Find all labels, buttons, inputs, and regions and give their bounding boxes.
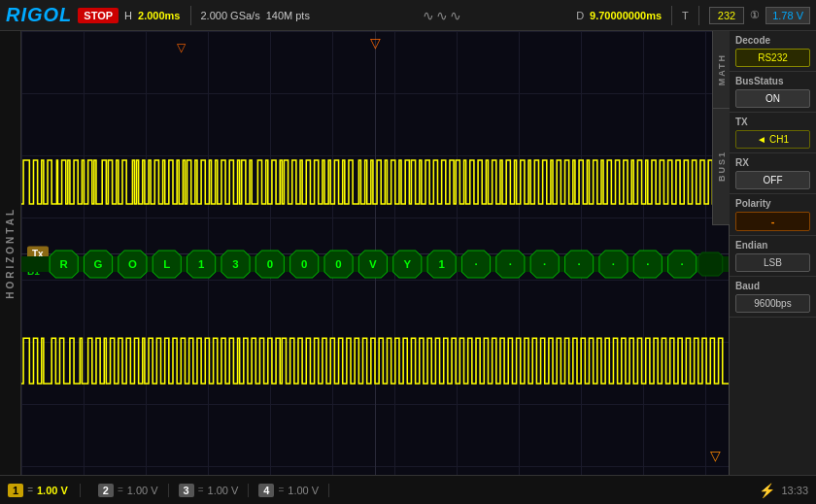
protocol-button[interactable]: RS232 <box>735 49 810 67</box>
bus1-tab: BUS1 <box>712 109 730 225</box>
decode-section: Decode RS232 <box>730 31 816 72</box>
bus1-tab-text: BUS1 <box>717 151 727 182</box>
math-tab: MATH <box>712 31 730 109</box>
ch3-number: 3 <box>179 484 194 497</box>
ch1-number: 1 <box>8 484 23 497</box>
ch2-indicator[interactable]: 2 = 1.00 V <box>88 484 169 497</box>
bus-status-button[interactable]: ON <box>735 89 810 108</box>
top-bar-center: ∿∿∿ <box>316 8 570 23</box>
bus-status-section: BusStatus ON <box>730 72 816 113</box>
main-area: HORIZONTAL ▽ ▽ Tx B1 <box>0 31 816 475</box>
time-display: 13:33 <box>781 485 808 496</box>
bottom-bar: 1 = 1.00 V 2 = 1.00 V 3 = 1.00 V 4 = 1.0… <box>0 475 816 504</box>
tx-value: CH1 <box>769 134 789 145</box>
ch1-top-waveform <box>21 155 729 214</box>
ch1-volt: 1.00 V <box>37 485 68 496</box>
baud-section: Baud 9600bps <box>730 277 816 318</box>
ch3-indicator[interactable]: 3 = 1.00 V <box>169 484 250 497</box>
voltage-display: 1.78 V <box>765 7 810 24</box>
sample-points: 140M pts <box>266 10 310 21</box>
polarity-button[interactable]: - <box>735 212 810 231</box>
decode-title: Decode <box>735 35 810 46</box>
ch3-volt: 1.00 V <box>208 485 239 496</box>
t-label: T <box>682 10 689 21</box>
top-bar: RIGOL STOP H 2.000ms 2.000 GSa/s 140M pt… <box>0 0 816 31</box>
baud-title: Baud <box>735 281 810 291</box>
bottom-right: ⚡ 13:33 <box>759 483 808 498</box>
rx-section: RX OFF <box>730 153 816 194</box>
bus-status-title: BusStatus <box>735 76 810 86</box>
trigger-arrow-bottom: ▽ <box>710 448 721 463</box>
endian-section: Endian LSB <box>730 236 816 277</box>
tx-arrow-icon: ◄ <box>757 134 766 145</box>
status-badge: STOP <box>78 8 119 23</box>
vertical-label-bar: HORIZONTAL <box>0 31 21 475</box>
rx-button[interactable]: OFF <box>735 171 810 189</box>
tx-title: TX <box>735 117 810 127</box>
wave-indicator: ∿∿∿ <box>423 8 463 23</box>
h-label: H <box>124 10 132 21</box>
tx-section: TX ◄ CH1 <box>730 113 816 153</box>
trigger-marker-left: ▽ <box>177 41 186 54</box>
tx-button[interactable]: ◄ CH1 <box>735 130 810 149</box>
right-panel: MATH BUS1 Decode RS232 BusStatus ON TX ◄… <box>729 31 816 475</box>
rx-title: RX <box>735 157 810 168</box>
separator3 <box>698 6 699 25</box>
separator <box>190 6 191 25</box>
ch1-coupling: = <box>27 485 33 495</box>
ch2-coupling: = <box>118 485 123 495</box>
h-value: 2.000ms <box>138 10 180 21</box>
polarity-section: Polarity - <box>730 194 816 236</box>
ch2-volt: 1.00 V <box>127 485 158 496</box>
top-bar-right: D 9.70000000ms T 232 ① 1.78 V <box>576 6 810 25</box>
ch1-bottom-waveform <box>21 333 729 391</box>
ch1-indicator[interactable]: 1 = 1.00 V <box>8 484 81 497</box>
math-tab-text: MATH <box>717 53 727 85</box>
endian-title: Endian <box>735 240 810 251</box>
ch4-coupling: = <box>278 485 284 495</box>
sample-rate: 2.000 GSa/s <box>201 10 260 21</box>
ch4-volt: 1.00 V <box>288 485 319 496</box>
usb-icon: ⚡ <box>759 483 775 498</box>
position-num: 232 <box>709 7 744 24</box>
ch4-number: 4 <box>258 484 274 497</box>
rigol-logo: RIGOL <box>6 4 72 26</box>
trigger-arrow-top: ▽ <box>370 35 381 50</box>
b1-label: B1 <box>27 266 40 277</box>
grid-center-v <box>375 31 376 475</box>
scope-screen: ▽ ▽ Tx B1 R <box>21 31 729 475</box>
separator2 <box>671 6 672 25</box>
ch4-indicator[interactable]: 4 = 1.00 V <box>249 484 329 497</box>
endian-button[interactable]: LSB <box>735 253 810 272</box>
ch3-coupling: = <box>198 485 204 495</box>
vertical-label-text: HORIZONTAL <box>5 207 16 299</box>
polarity-title: Polarity <box>735 198 810 209</box>
ch-indicator-num: ① <box>750 9 760 21</box>
baud-button[interactable]: 9600bps <box>735 294 810 313</box>
d-value: 9.70000000ms <box>590 10 662 21</box>
tx-label: Tx <box>27 246 49 260</box>
ch2-number: 2 <box>98 484 114 497</box>
d-label: D <box>576 10 584 21</box>
